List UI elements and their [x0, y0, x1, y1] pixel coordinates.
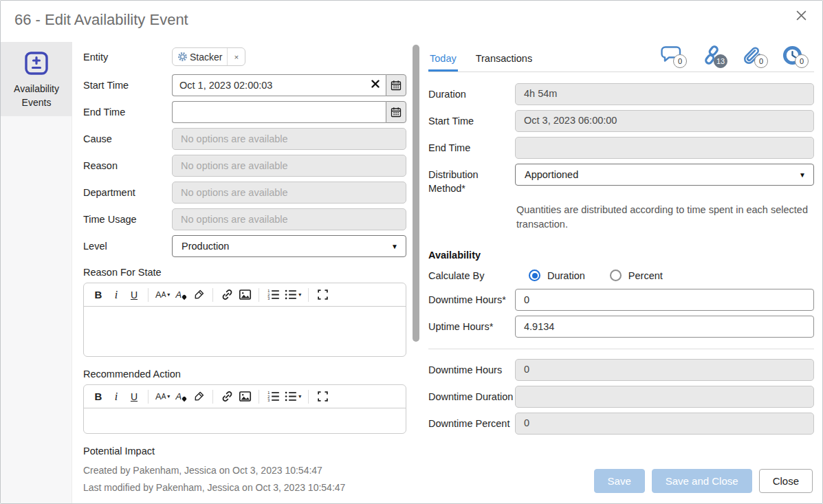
font-size-button[interactable]: AA▾: [153, 388, 172, 406]
close-icon: [795, 10, 807, 21]
availability-section-header: Availability: [428, 250, 814, 261]
highlight-button[interactable]: [190, 286, 208, 304]
availability-event-icon: [23, 50, 50, 77]
svg-text:3: 3: [267, 398, 270, 402]
time-usage-input: [172, 208, 406, 230]
duration-label: Duration: [428, 87, 515, 101]
save-button[interactable]: Save: [594, 469, 645, 493]
downtime-percent-field: 0: [515, 413, 814, 435]
calculate-by-percent-radio[interactable]: Percent: [610, 270, 663, 281]
recommended-action-editor-body[interactable]: [84, 408, 406, 433]
rte-toolbar: BiUAA▾A123▾: [84, 283, 406, 307]
links-count-badge: 13: [714, 54, 727, 68]
comments-button[interactable]: 0: [661, 45, 683, 66]
history-count-badge: 0: [795, 54, 809, 68]
downtime-hours-input-label: Downtime Hours*: [428, 293, 515, 307]
downtime-hours-input[interactable]: [515, 289, 814, 311]
start-time-clear-icon[interactable]: [371, 80, 380, 88]
attachments-count-badge: 0: [754, 54, 768, 68]
font-size-button[interactable]: AA▾: [153, 286, 172, 304]
unordered-list-button[interactable]: ▾: [282, 286, 303, 304]
close-button[interactable]: Close: [759, 469, 813, 493]
sidebar-item-label: Availability Events: [3, 83, 69, 109]
potential-impact-label: Potential Impact: [83, 446, 406, 457]
distribution-method-select[interactable]: Apportioned ▼: [515, 164, 814, 186]
today-start-time-field: Oct 3, 2023 06:00:00: [515, 110, 814, 132]
image-button[interactable]: [236, 286, 254, 304]
sidebar-item-availability-events[interactable]: Availability Events: [1, 42, 72, 116]
department-input: [172, 182, 406, 204]
level-select[interactable]: Production ▼: [172, 235, 406, 257]
italic-button[interactable]: i: [107, 388, 125, 406]
calculate-by-duration-radio[interactable]: Duration: [529, 270, 585, 281]
toolbar-separator: [148, 288, 149, 302]
reason-input: [172, 155, 406, 177]
uptime-hours-input[interactable]: [515, 316, 814, 338]
start-time-input[interactable]: [172, 74, 386, 96]
end-time-input[interactable]: [172, 101, 386, 123]
ordered-list-button[interactable]: 123: [264, 286, 282, 304]
uptime-hours-input-label: Uptime Hours*: [428, 320, 515, 333]
fullscreen-button[interactable]: [314, 388, 331, 406]
distribution-method-value: Apportioned: [525, 169, 799, 180]
today-end-time-field: [515, 137, 814, 159]
entity-tag-remove-button[interactable]: ×: [227, 48, 245, 65]
left-panel-scrollbar[interactable]: [412, 42, 421, 503]
scrollbar-thumb[interactable]: [413, 45, 419, 342]
dialog-footer-buttons: Save Save and Close Close: [594, 469, 813, 493]
chevron-down-icon: ▼: [799, 171, 806, 179]
calendar-icon: [391, 80, 402, 91]
toolbar-separator: [212, 390, 213, 404]
toolbar-separator: [308, 288, 309, 302]
unordered-list-button[interactable]: ▾: [282, 388, 303, 406]
downtime-percent-label: Downtime Percent: [428, 417, 515, 430]
highlight-button[interactable]: [190, 388, 208, 406]
toolbar-separator: [212, 288, 213, 302]
italic-button[interactable]: i: [107, 286, 125, 304]
reason-for-state-label: Reason For State: [83, 267, 406, 278]
underline-button[interactable]: U: [125, 388, 143, 406]
toolbar-separator: [308, 390, 309, 404]
bold-button[interactable]: B: [89, 388, 107, 406]
image-button[interactable]: [236, 388, 254, 406]
attachments-button[interactable]: 0: [742, 45, 764, 66]
reason-label: Reason: [83, 160, 172, 171]
header-icons: 0 13 0: [661, 45, 814, 72]
cause-label: Cause: [83, 133, 172, 144]
duration-field: 4h 54m: [515, 83, 814, 105]
ordered-list-button[interactable]: 123: [264, 388, 282, 406]
calendar-icon: [391, 107, 402, 118]
fullscreen-button[interactable]: [314, 286, 331, 304]
links-button[interactable]: 13: [701, 45, 723, 66]
entity-gear-icon: [177, 52, 188, 62]
end-time-label: End Time: [83, 107, 172, 118]
edit-availability-event-dialog: 66 - Edit Availability Event Availabilit…: [0, 0, 823, 504]
created-by-text: Created by Pakenham, Jessica on Oct 3, 2…: [83, 465, 406, 476]
start-time-calendar-button[interactable]: [386, 74, 406, 96]
recommended-action-editor: BiUAA▾A123▾: [83, 384, 406, 434]
link-button[interactable]: [218, 388, 236, 406]
today-start-time-label: Start Time: [428, 114, 515, 128]
end-time-calendar-button[interactable]: [386, 101, 406, 123]
tab-transactions[interactable]: Transactions: [474, 53, 534, 72]
save-and-close-button[interactable]: Save and Close: [652, 469, 752, 493]
underline-button[interactable]: U: [125, 286, 143, 304]
font-color-button[interactable]: A: [172, 286, 190, 304]
reason-for-state-editor: BiUAA▾A123▾: [83, 283, 406, 357]
last-modified-text: Last modified by Pakenham, Jessica on Oc…: [83, 482, 406, 493]
history-button[interactable]: 0: [782, 45, 804, 66]
bold-button[interactable]: B: [89, 286, 107, 304]
link-button[interactable]: [218, 286, 236, 304]
svg-text:3: 3: [267, 296, 270, 300]
dialog-close-button[interactable]: [791, 5, 811, 25]
department-label: Department: [83, 187, 172, 198]
font-color-button[interactable]: A: [172, 388, 190, 406]
today-end-time-label: End Time: [428, 141, 515, 155]
downtime-hours-field: 0: [515, 359, 814, 381]
calculate-by-label: Calculate By: [428, 269, 515, 283]
tab-today[interactable]: Today: [428, 53, 458, 72]
time-usage-label: Time Usage: [83, 214, 172, 225]
reason-for-state-editor-body[interactable]: [84, 307, 406, 356]
distribution-method-hint: Quantities are distributed according to …: [516, 203, 814, 232]
entity-tag-value: Stacker: [190, 52, 222, 63]
